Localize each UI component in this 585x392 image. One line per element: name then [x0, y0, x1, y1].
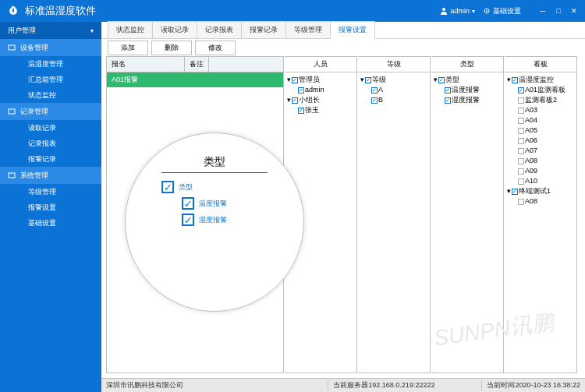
tree-node[interactable]: A07: [507, 146, 574, 156]
sidebar-category[interactable]: 系统管理: [0, 167, 101, 184]
tab[interactable]: 报警记录: [241, 21, 286, 38]
sidebar-item[interactable]: 状态监控: [0, 87, 101, 103]
titlebar: 标准温湿度软件 admin▾ 基础设置 ─ □ ✕: [0, 0, 585, 22]
sidebar-category[interactable]: 记录管理: [0, 103, 101, 120]
checkbox-icon: [512, 77, 518, 83]
svg-rect-4: [9, 109, 15, 114]
checkbox-icon: [182, 197, 194, 210]
sidebar-category[interactable]: 设备管理: [0, 39, 101, 56]
tree-node[interactable]: A01监测看板: [507, 85, 574, 95]
checkbox-icon: [518, 158, 524, 164]
col-header-note: 备注: [185, 57, 209, 72]
sidebar: 用户管理▾ 设备管理温湿度管理汇总箱管理状态监控记录管理读取记录记录报表报警记录…: [0, 22, 101, 392]
tree-node[interactable]: B: [360, 95, 427, 105]
checkbox-icon: [298, 87, 304, 94]
sidebar-item[interactable]: 等级管理: [0, 184, 101, 200]
tree-node[interactable]: A03: [507, 105, 574, 115]
svg-point-2: [486, 10, 488, 12]
tree-node[interactable]: ▾等级: [360, 75, 427, 85]
checkbox-icon: [518, 148, 524, 154]
checkbox-icon: [518, 138, 524, 144]
checkbox-icon: [518, 199, 524, 205]
tree-node[interactable]: A: [360, 85, 427, 95]
svg-rect-3: [9, 45, 15, 50]
toolbar: 添加 删除 修改: [101, 39, 585, 56]
lens-item[interactable]: 湿度报警: [161, 214, 268, 226]
checkbox-icon: [518, 128, 524, 134]
svg-point-0: [442, 8, 445, 11]
checkbox-icon: [518, 108, 524, 114]
lens-item[interactable]: 类型: [161, 181, 268, 193]
tree-node[interactable]: A08: [507, 156, 574, 166]
delete-button[interactable]: 删除: [151, 41, 192, 55]
minimize-icon[interactable]: ─: [538, 7, 548, 15]
modify-button[interactable]: 修改: [195, 41, 236, 55]
tree-node[interactable]: ▾管理员: [287, 75, 354, 85]
column-header: 看板: [505, 57, 576, 72]
checkbox-icon: [182, 214, 194, 226]
maximize-icon[interactable]: □: [554, 7, 563, 15]
close-icon[interactable]: ✕: [569, 7, 579, 15]
sidebar-item[interactable]: 读取记录: [0, 120, 101, 136]
tree-node[interactable]: 监测看板2: [507, 95, 574, 105]
tree-node[interactable]: A04: [507, 115, 574, 125]
footer-time: 当前时间2020-10-23 16:38:22: [481, 380, 585, 390]
checkbox-icon: [298, 108, 304, 114]
tab[interactable]: 报警设置: [330, 21, 375, 39]
tree-node[interactable]: ▾温湿度监控: [507, 75, 574, 85]
tab[interactable]: 状态监控: [108, 21, 153, 38]
add-button[interactable]: 添加: [108, 41, 148, 55]
sidebar-item[interactable]: 汇总箱管理: [0, 72, 101, 87]
tab[interactable]: 等级管理: [285, 21, 331, 38]
tree-node[interactable]: ▾小组长: [287, 95, 354, 105]
tree-node[interactable]: 张玉: [287, 105, 354, 115]
column-header: 人员: [285, 57, 356, 72]
sidebar-item[interactable]: 报警记录: [0, 151, 101, 167]
tree-node[interactable]: ▾终端测试1: [507, 186, 574, 196]
sidebar-item[interactable]: 记录报表: [0, 136, 101, 151]
grid-header: 报名 备注: [107, 57, 283, 72]
tab[interactable]: 读取记录: [152, 21, 197, 38]
checkbox-icon: [292, 97, 298, 104]
expand-icon: ▾: [507, 186, 511, 196]
app-logo-icon: [6, 4, 20, 18]
tree-node[interactable]: ▾类型: [434, 75, 501, 85]
checkbox-icon: [512, 189, 518, 195]
monitor-icon: [8, 44, 16, 51]
sidebar-item[interactable]: 报警设置: [0, 200, 101, 215]
checkbox-icon: [518, 168, 524, 175]
checkbox-icon: [445, 97, 451, 104]
tree-node[interactable]: admin: [287, 85, 354, 95]
table-row[interactable]: A01报警: [107, 72, 283, 87]
sidebar-item[interactable]: 基础设置: [0, 215, 101, 231]
sidebar-header[interactable]: 用户管理▾: [0, 22, 101, 39]
lens-header: 类型: [161, 155, 268, 173]
expand-icon: ▾: [434, 75, 438, 85]
tree-node[interactable]: A06: [507, 136, 574, 146]
tab-bar: 状态监控读取记录记录报表报警记录等级管理报警设置: [101, 22, 585, 39]
checkbox-icon: [518, 97, 524, 104]
checkbox-icon: [518, 87, 524, 94]
settings-menu[interactable]: 基础设置: [483, 6, 521, 16]
folder-icon: [8, 108, 16, 115]
tree-node[interactable]: A10: [507, 176, 574, 186]
lens-item[interactable]: 温度报警: [161, 197, 268, 210]
user-menu[interactable]: admin▾: [440, 7, 475, 15]
tree-node[interactable]: A08: [507, 196, 574, 207]
svg-rect-5: [9, 173, 15, 178]
tree-node[interactable]: 湿度报警: [434, 95, 501, 105]
footer-company: 深圳市讯鹏科技有限公司: [101, 380, 328, 390]
expand-icon: ▾: [287, 75, 291, 85]
sidebar-item[interactable]: 温湿度管理: [0, 56, 101, 72]
column-header: 等级: [358, 57, 430, 72]
tree-node[interactable]: 温度报警: [434, 85, 501, 95]
tab[interactable]: 记录报表: [197, 21, 242, 38]
app-title: 标准温湿度软件: [25, 4, 440, 18]
checkbox-icon: [161, 181, 174, 193]
tree-node[interactable]: A09: [507, 166, 574, 176]
checkbox-icon: [445, 87, 451, 94]
column-header: 类型: [431, 57, 503, 72]
tree-node[interactable]: A05: [507, 125, 574, 136]
statusbar: 深圳市讯鹏科技有限公司 当前服务器192.168.0.219:22222 当前时…: [101, 378, 585, 392]
checkbox-icon: [371, 97, 378, 104]
